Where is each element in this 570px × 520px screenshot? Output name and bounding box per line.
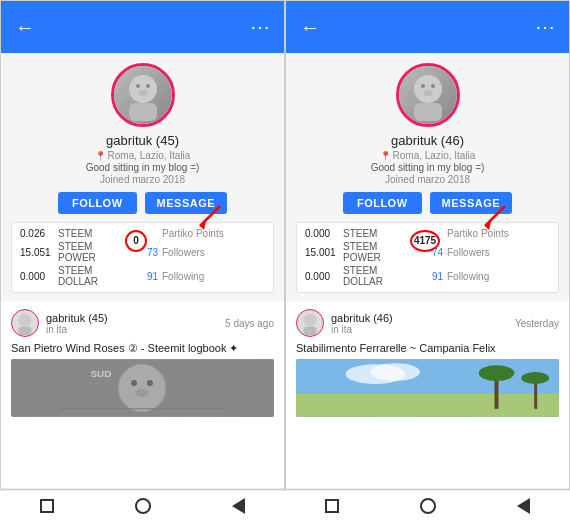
left-follow-button[interactable]: FOLLOW — [58, 192, 137, 214]
right-joined: Joined marzo 2018 — [385, 174, 470, 185]
svg-point-28 — [479, 365, 515, 381]
right-feed-avatar — [296, 309, 324, 337]
left-feed-item: gabrituk (45) in ita 5 days ago San Piet… — [1, 301, 284, 489]
right-message-button[interactable]: MESSAGE — [430, 192, 513, 214]
left-stat-dollar: 0.000 STEEM DOLLAR 91 Following — [20, 265, 265, 287]
svg-point-16 — [414, 75, 442, 103]
right-avatar — [396, 63, 460, 127]
right-follow-button[interactable]: FOLLOW — [343, 192, 422, 214]
left-feed-image: SUD — [11, 359, 274, 417]
right-action-btns: FOLLOW MESSAGE — [343, 192, 512, 214]
svg-point-32 — [370, 363, 420, 381]
nav-square-icon-2[interactable] — [325, 499, 339, 513]
svg-point-17 — [421, 84, 425, 88]
svg-point-23 — [304, 314, 317, 327]
right-feed-time: Yesterday — [515, 318, 559, 329]
back-icon-left[interactable]: ← — [15, 16, 35, 39]
svg-point-7 — [19, 314, 32, 327]
svg-point-2 — [146, 84, 150, 88]
right-feed-item: gabrituk (46) in ita Yesterday Stabilime… — [286, 301, 569, 489]
left-profile-section: gabrituk (45) 📍 Roma, Lazio, Italia Good… — [1, 53, 284, 301]
right-profile-section: gabrituk (46) 📍 Roma, Lazio, Italia Good… — [286, 53, 569, 301]
right-partiko-circle: 4175 — [410, 230, 440, 252]
svg-rect-26 — [296, 394, 559, 417]
nav-home-icon[interactable] — [135, 498, 151, 514]
left-phone: ← ⋯ gabrituk (45) 📍 Roma, Laz — [0, 0, 285, 490]
right-bio: Good sitting in my blog =) — [371, 162, 485, 173]
svg-point-18 — [431, 84, 435, 88]
back-icon-right[interactable]: ← — [300, 16, 320, 39]
svg-point-11 — [131, 380, 137, 386]
svg-point-1 — [136, 84, 140, 88]
left-stats-outer: 0.026 STEEM 0 Partiko Points 15.051 STEE… — [11, 222, 274, 293]
left-avatar — [111, 63, 175, 127]
bottom-navigation — [0, 490, 570, 520]
left-partiko-circle: 0 — [125, 230, 147, 252]
svg-rect-8 — [19, 327, 32, 335]
left-feed-title: San Pietro Wind Roses ② - Steemit logboo… — [11, 341, 274, 355]
right-avatar-inner — [399, 66, 457, 124]
left-feed-avatar — [11, 309, 39, 337]
left-header: ← ⋯ — [1, 1, 284, 53]
left-joined: Joined marzo 2018 — [100, 174, 185, 185]
right-feed-meta: gabrituk (46) in ita — [331, 312, 515, 335]
share-icon-left[interactable]: ⋯ — [250, 15, 270, 39]
left-feed-time: 5 days ago — [225, 318, 274, 329]
share-icon-right[interactable]: ⋯ — [535, 15, 555, 39]
right-feed-image — [296, 359, 559, 417]
left-stats-box: 0.026 STEEM 0 Partiko Points 15.051 STEE… — [11, 222, 274, 293]
nav-square-icon[interactable] — [40, 499, 54, 513]
svg-point-0 — [129, 75, 157, 103]
left-stat-steem: 0.026 STEEM 0 Partiko Points — [20, 228, 265, 239]
nav-home-icon-2[interactable] — [420, 498, 436, 514]
svg-rect-4 — [129, 103, 157, 121]
right-stats-outer: 0.000 STEEM 4175 Partiko Points 15.001 S… — [296, 222, 559, 293]
left-location: 📍 Roma, Lazio, Italia — [95, 150, 191, 161]
left-feed-meta: gabrituk (45) in ita — [46, 312, 225, 335]
left-action-btns: FOLLOW MESSAGE — [58, 192, 227, 214]
svg-point-3 — [138, 90, 148, 96]
pin-icon-right: 📍 — [380, 151, 391, 161]
svg-point-10 — [118, 364, 166, 412]
nav-back-icon[interactable] — [232, 498, 245, 514]
right-stat-dollar: 0.000 STEEM DOLLAR 91 Following — [305, 265, 550, 287]
svg-text:SUD: SUD — [90, 368, 111, 379]
left-bio: Good sitting in my blog =) — [86, 162, 200, 173]
left-username: gabrituk (45) — [106, 133, 179, 148]
right-header: ← ⋯ — [286, 1, 569, 53]
left-message-button[interactable]: MESSAGE — [145, 192, 228, 214]
left-feed-header: gabrituk (45) in ita 5 days ago — [11, 309, 274, 337]
svg-rect-20 — [414, 103, 442, 121]
right-phone: ← ⋯ gabrituk (46) 📍 Roma, Laz — [285, 0, 570, 490]
right-feed-header: gabrituk (46) in ita Yesterday — [296, 309, 559, 337]
svg-point-30 — [521, 372, 549, 384]
right-username: gabrituk (46) — [391, 133, 464, 148]
svg-point-12 — [147, 380, 153, 386]
right-feed-title: Stabilimento Ferrarelle ~ Campania Felix — [296, 341, 559, 355]
right-stats-box: 0.000 STEEM 4175 Partiko Points 15.001 S… — [296, 222, 559, 293]
left-avatar-inner — [114, 66, 172, 124]
svg-rect-24 — [304, 327, 317, 335]
nav-back-icon-2[interactable] — [517, 498, 530, 514]
right-stat-steem: 0.000 STEEM 4175 Partiko Points — [305, 228, 550, 239]
right-location: 📍 Roma, Lazio, Italia — [380, 150, 476, 161]
pin-icon-left: 📍 — [95, 151, 106, 161]
svg-point-13 — [135, 389, 149, 397]
svg-point-19 — [423, 90, 433, 96]
